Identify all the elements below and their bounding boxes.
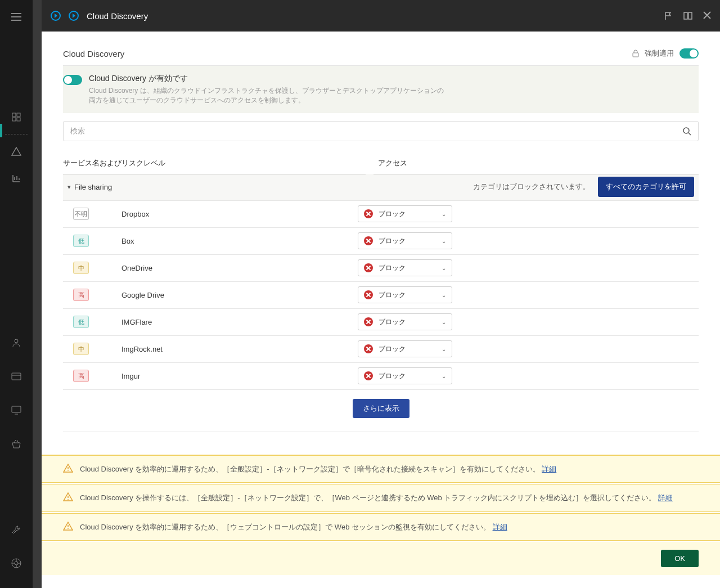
risk-badge: 低 <box>73 316 89 328</box>
svg-rect-1 <box>17 113 20 116</box>
risk-badge: 中 <box>73 343 89 355</box>
chart-icon[interactable] <box>0 165 33 192</box>
monitor-icon[interactable] <box>0 397 33 424</box>
service-name: Dropbox <box>122 210 358 218</box>
show-more-button[interactable]: さらに表示 <box>353 399 410 418</box>
svg-rect-6 <box>12 406 21 412</box>
warning-icon <box>63 464 73 473</box>
dashboard-icon[interactable] <box>0 104 33 131</box>
category-name: File sharing <box>74 183 112 191</box>
warning-text: Cloud Discovery を効率的に運用するため、［全般設定］-［ネットワ… <box>80 464 556 475</box>
access-label: ブロック <box>379 371 442 381</box>
details-link[interactable]: 詳細 <box>542 465 556 473</box>
column-header-name: サービス名およびリスクレベル <box>63 158 366 174</box>
access-select[interactable]: ブロック⌄ <box>358 367 452 384</box>
access-select[interactable]: ブロック⌄ <box>358 286 452 303</box>
details-link[interactable]: 詳細 <box>493 523 507 531</box>
svg-rect-9 <box>633 53 638 57</box>
column-header-access: アクセス <box>374 158 699 174</box>
breadcrumb-icon[interactable] <box>51 11 61 21</box>
block-icon <box>364 236 373 245</box>
warning-text: Cloud Discovery を効率的に運用するため、［ウェブコントロールの設… <box>80 522 507 533</box>
access-label: ブロック <box>379 317 442 327</box>
warning-banner: Cloud Discovery を効率的に運用するため、［全般設定］-［ネットワ… <box>42 455 720 483</box>
warning-icon <box>63 492 73 501</box>
block-icon <box>364 209 373 218</box>
book-icon[interactable] <box>683 11 693 20</box>
flag-icon[interactable] <box>664 11 673 20</box>
access-select[interactable]: ブロック⌄ <box>358 205 452 222</box>
enable-toggle[interactable] <box>63 75 82 85</box>
breadcrumb-icon[interactable] <box>69 11 79 21</box>
service-name: IMGFlare <box>122 318 358 326</box>
rail-active-marker <box>0 124 2 137</box>
svg-point-10 <box>683 128 689 133</box>
chevron-down-icon: ⌄ <box>442 346 446 352</box>
svg-rect-2 <box>12 118 16 121</box>
enforce-label: 強制適用 <box>645 48 674 59</box>
card-icon[interactable] <box>0 363 33 390</box>
rail-divider <box>5 134 28 134</box>
category-row[interactable]: ▾ File sharing カテゴリはブロックされています。 すべてのカテゴリ… <box>63 174 699 201</box>
table-row: 高Google Driveブロック⌄ <box>63 282 699 309</box>
warning-banner: Cloud Discovery を操作するには、［全般設定］-［ネットワーク設定… <box>42 484 720 512</box>
svg-rect-5 <box>12 373 21 380</box>
chevron-down-icon: ⌄ <box>442 292 446 298</box>
lock-icon <box>632 50 639 57</box>
warning-icon <box>63 522 73 531</box>
search-input[interactable] <box>70 127 682 135</box>
details-link[interactable]: 詳細 <box>658 493 673 502</box>
chevron-down-icon: ⌄ <box>442 238 446 244</box>
access-label: ブロック <box>379 263 442 273</box>
chevron-down-icon: ⌄ <box>442 373 446 379</box>
user-icon[interactable] <box>0 329 33 356</box>
svg-point-4 <box>15 339 18 343</box>
basket-icon[interactable] <box>0 430 33 457</box>
chevron-down-icon: ⌄ <box>442 211 446 217</box>
table-row: 低Boxブロック⌄ <box>63 228 699 255</box>
access-label: ブロック <box>379 344 442 354</box>
allow-all-button[interactable]: すべてのカテゴリを許可 <box>598 177 694 197</box>
block-icon <box>364 344 373 353</box>
access-select[interactable]: ブロック⌄ <box>358 232 452 249</box>
ok-button[interactable]: OK <box>661 550 699 567</box>
search-box[interactable] <box>63 121 699 141</box>
hamburger-icon[interactable] <box>0 3 33 30</box>
support-icon[interactable] <box>0 550 33 577</box>
access-select[interactable]: ブロック⌄ <box>358 259 452 276</box>
access-select[interactable]: ブロック⌄ <box>358 313 452 330</box>
chevron-down-icon: ⌄ <box>442 319 446 325</box>
block-icon <box>364 371 373 380</box>
table-row: 低IMGFlareブロック⌄ <box>63 309 699 336</box>
alert-icon[interactable] <box>0 138 33 165</box>
access-label: ブロック <box>379 236 442 246</box>
svg-rect-3 <box>17 118 20 121</box>
table-row: 不明Dropboxブロック⌄ <box>63 201 699 228</box>
block-icon <box>364 317 373 326</box>
sub-rail <box>33 0 42 588</box>
window-title: Cloud Discovery <box>87 11 148 21</box>
access-label: ブロック <box>379 290 442 300</box>
table-row: 中ImgRock.netブロック⌄ <box>63 336 699 363</box>
block-icon <box>364 290 373 299</box>
titlebar: Cloud Discovery <box>42 0 720 32</box>
risk-badge: 中 <box>73 262 89 274</box>
left-rail <box>0 0 33 588</box>
close-icon[interactable] <box>703 11 711 20</box>
table-row: 高Imgurブロック⌄ <box>63 363 699 390</box>
warning-text: Cloud Discovery を操作するには、［全般設定］-［ネットワーク設定… <box>80 492 673 504</box>
search-icon[interactable] <box>682 127 691 136</box>
service-name: Google Drive <box>122 291 358 299</box>
risk-badge: 高 <box>73 370 89 382</box>
wrench-icon[interactable] <box>0 516 33 543</box>
block-icon <box>364 263 373 272</box>
access-label: ブロック <box>379 209 442 219</box>
category-status: カテゴリはブロックされています。 <box>473 182 590 192</box>
enforce-toggle[interactable] <box>680 48 699 59</box>
info-title: Cloud Discovery が有効です <box>89 74 449 84</box>
chevron-down-icon[interactable]: ▾ <box>68 183 71 191</box>
risk-badge: 高 <box>73 289 89 301</box>
service-name: Box <box>122 237 358 245</box>
access-select[interactable]: ブロック⌄ <box>358 340 452 357</box>
service-name: Imgur <box>122 372 358 380</box>
